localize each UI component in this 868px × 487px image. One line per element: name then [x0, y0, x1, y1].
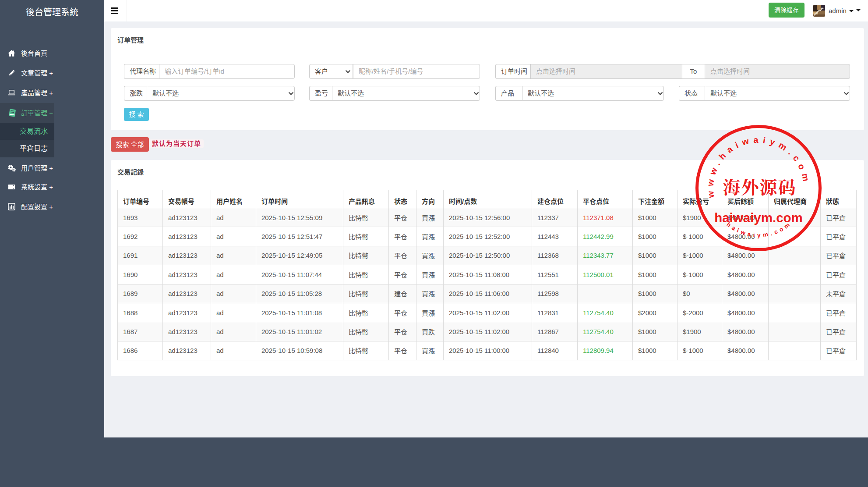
svg-text:haiwaiym.com: haiwaiym.com: [714, 210, 803, 225]
svg-text:海外源码: 海外源码: [723, 174, 797, 199]
